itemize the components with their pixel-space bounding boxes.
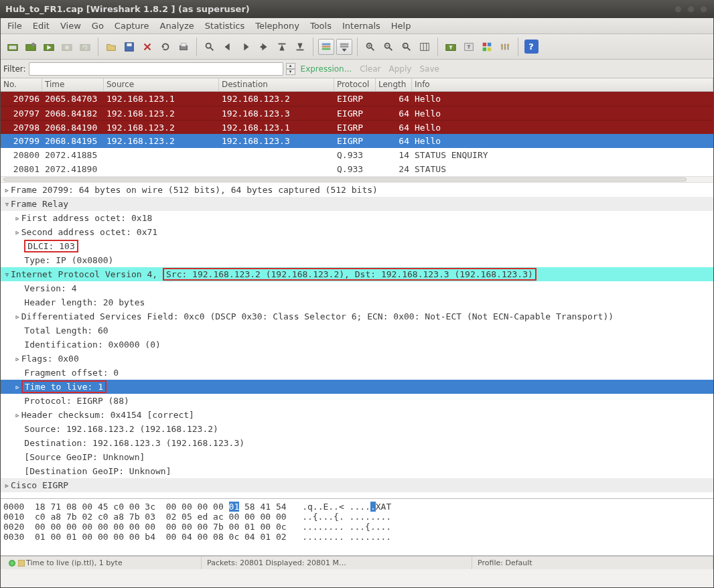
detail-identification[interactable]: Identification: 0x0000 (0) [1,338,713,352]
zoom-out-icon[interactable] [380,39,397,55]
menu-bar: File Edit View Go Capture Analyze Statis… [1,18,713,34]
packet-details[interactable]: ▹Frame 20799: 64 bytes on wire (512 bits… [1,183,713,499]
filter-clear-button[interactable]: Clear [360,64,380,74]
detail-checksum[interactable]: ▹Header checksum: 0x4154 [correct] [1,408,713,422]
preferences-icon[interactable] [497,39,513,55]
window-minimize-button[interactable] [674,5,682,13]
svg-point-54 [507,44,510,46]
menu-capture[interactable]: Capture [115,21,149,31]
go-forward-icon[interactable] [238,39,254,55]
packet-row[interactable]: 208002072.41885Q.93314STATUS ENQUIRY [1,148,713,162]
hex-dump[interactable]: 0000 18 71 08 00 45 c0 00 3c 00 00 00 00… [1,499,713,556]
display-filters-icon[interactable] [461,39,477,55]
svg-text:1: 1 [404,44,406,48]
detail-diffserv[interactable]: ▹Differentiated Services Field: 0xc0 (DS… [1,309,713,323]
col-length[interactable]: Length [376,78,412,91]
filter-input[interactable] [29,62,283,76]
detail-header-length[interactable]: Header length: 20 bytes [1,295,713,309]
detail-source-geoip[interactable]: [Source GeoIP: Unknown] [1,450,713,464]
menu-internals[interactable]: Internals [342,21,380,31]
resize-columns-icon[interactable] [417,39,433,55]
coloring-rules-icon[interactable] [479,39,495,55]
col-info[interactable]: Info [412,78,713,91]
capture-filters-icon[interactable] [443,39,459,55]
menu-view[interactable]: View [60,21,81,31]
detail-protocol[interactable]: Protocol: EIGRP (88) [1,394,713,408]
detail-destination[interactable]: Destination: 192.168.123.3 (192.168.123.… [1,436,713,450]
menu-help[interactable]: Help [391,21,411,31]
menu-edit[interactable]: Edit [33,21,50,31]
menu-tools[interactable]: Tools [310,21,332,31]
filter-expression-button[interactable]: Expression... [301,64,352,74]
stop-capture-icon[interactable] [59,39,75,55]
status-packets: Packets: 20801 Displayed: 20801 M… [207,559,346,567]
detail-dest-geoip[interactable]: [Destination GeoIP: Unknown] [1,464,713,478]
detail-ttl[interactable]: ▹Time to live: 1 [1,380,713,394]
packet-row[interactable]: 207992068.84195192.168.123.2192.168.123.… [1,134,713,148]
close-file-icon[interactable] [139,39,155,55]
window-close-button[interactable] [700,5,707,13]
start-capture-icon[interactable] [41,39,57,55]
filter-apply-button[interactable]: Apply [389,64,412,74]
detail-flags[interactable]: ▹Flags: 0x00 [1,352,713,366]
print-icon[interactable] [175,39,192,55]
packet-row[interactable]: 208012072.41890Q.93324STATUS [1,162,713,176]
go-to-packet-icon[interactable] [256,39,272,55]
filter-save-button[interactable]: Save [419,64,439,74]
interfaces-icon[interactable] [5,39,21,55]
go-first-icon[interactable] [274,39,290,55]
packet-row[interactable]: 207962065.84703192.168.123.1192.168.123.… [1,92,713,106]
go-back-icon[interactable] [220,39,236,55]
svg-rect-25 [322,46,331,48]
col-no[interactable]: No. [1,78,42,91]
menu-file[interactable]: File [7,21,22,31]
packet-row[interactable]: 207982068.84190192.168.123.2192.168.123.… [1,120,713,134]
svg-rect-7 [65,46,68,49]
detail-frame[interactable]: ▹Frame 20799: 64 bytes on wire (512 bits… [1,183,713,197]
svg-line-35 [389,47,392,50]
svg-point-3 [31,42,35,46]
col-protocol[interactable]: Protocol [334,78,376,91]
col-destination[interactable]: Destination [219,78,334,91]
menu-statistics[interactable]: Statistics [205,21,244,31]
zoom-100-icon[interactable]: 1 [399,39,415,55]
filter-spinner[interactable]: ▴▾ [286,63,295,75]
packet-list-header[interactable]: No. Time Source Destination Protocol Len… [1,78,713,92]
restart-capture-icon[interactable] [77,39,93,55]
col-source[interactable]: Source [104,78,219,91]
reload-icon[interactable] [157,39,173,55]
detail-total-length[interactable]: Total Length: 60 [1,323,713,338]
status-profile[interactable]: Profile: Default [478,559,532,567]
colorize-icon[interactable] [318,39,334,55]
window-maximize-button[interactable] [687,5,695,13]
detail-source[interactable]: Source: 192.168.123.2 (192.168.123.2) [1,422,713,436]
find-icon[interactable] [202,39,218,55]
go-last-icon[interactable] [292,39,308,55]
packet-list[interactable]: 207962065.84703192.168.123.1192.168.123.… [1,92,713,176]
autoscroll-icon[interactable] [336,39,352,55]
menu-analyze[interactable]: Analyze [160,21,194,31]
svg-rect-10 [127,43,131,46]
menu-telephony[interactable]: Telephony [255,21,299,31]
zoom-in-icon[interactable] [362,39,378,55]
detail-ipv4[interactable]: ▿Internet Protocol Version 4, Src: 192.1… [1,267,713,281]
detail-fragment-offset[interactable]: Fragment offset: 0 [1,366,713,380]
detail-dlci[interactable]: DLCI: 103 [1,239,713,253]
svg-rect-48 [488,47,491,50]
packet-row[interactable]: 207972068.84182192.168.123.2192.168.123.… [1,106,713,120]
menu-go[interactable]: Go [92,21,104,31]
detail-frame-relay[interactable]: ▿Frame Relay [1,197,713,211]
open-file-icon[interactable] [103,39,119,55]
expert-info-led[interactable] [9,560,15,567]
detail-version[interactable]: Version: 4 [1,281,713,295]
detail-fr-type[interactable]: Type: IP (0x0800) [1,253,713,267]
help-icon[interactable]: ? [523,39,539,55]
options-icon[interactable] [23,39,39,55]
detail-eigrp[interactable]: ▹Cisco EIGRP [1,478,713,492]
detail-second-octet[interactable]: ▹Second address octet: 0x71 [1,225,713,239]
packet-list-scrollbar[interactable] [1,176,713,183]
save-icon[interactable] [121,39,137,55]
detail-first-octet[interactable]: ▹First address octet: 0x18 [1,211,713,225]
col-time[interactable]: Time [42,78,104,91]
svg-point-19 [261,46,263,48]
